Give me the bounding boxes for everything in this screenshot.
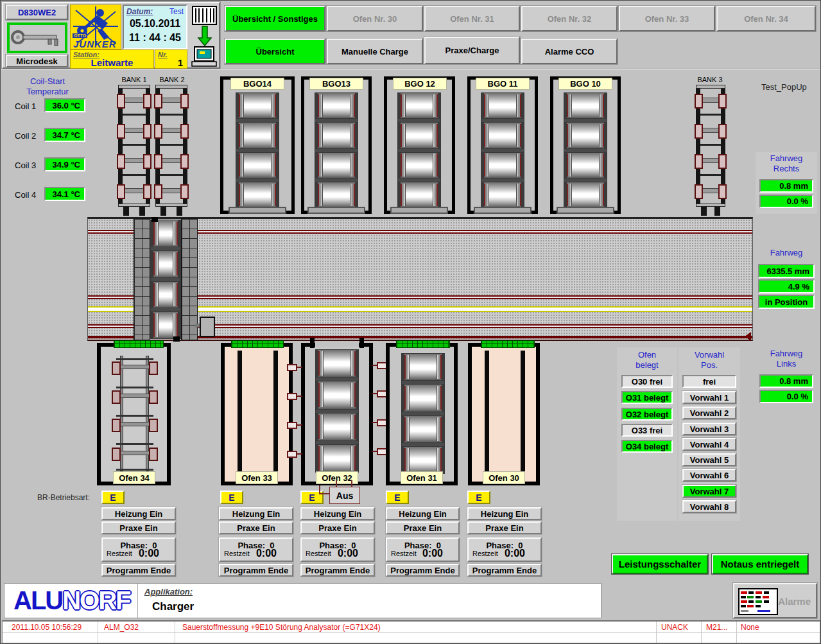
bgo11-rack: BGO 11 (467, 76, 538, 214)
transfer-car-cab (200, 317, 215, 337)
status-o33: O33 frei (621, 424, 673, 437)
restzeit-value: 0:00 (256, 548, 277, 559)
coil-start-title-line1: Coil-Start (30, 76, 65, 86)
nr-value: 1 (178, 57, 183, 68)
ofen34-praxe-button[interactable]: Praxe Ein (101, 521, 176, 534)
bgo13-rack: BGO13 (301, 76, 372, 214)
ofen32-heizung-button[interactable]: Heizung Ein (300, 507, 375, 520)
coil (483, 122, 522, 148)
fahrweg-rechts-panel: Fahrweg Rechts 0.8 mm 0.0 % (756, 152, 817, 214)
vorwahl-line1: Vorwahl (695, 350, 724, 360)
key-icon (10, 25, 64, 49)
test-popup-label[interactable]: Test_PopUp (761, 82, 807, 92)
ofen-32: Ofen 32 (301, 343, 373, 485)
ofen31-phase-display: Phase: 0 Restzeit 0:00 (386, 537, 460, 562)
track-end-marker (745, 332, 751, 341)
tab-ofen-31[interactable]: Ofen Nr. 31 (424, 6, 520, 31)
tab-ofen-32[interactable]: Ofen Nr. 32 (521, 6, 618, 31)
ofen32-praxe-button[interactable]: Praxe Ein (300, 521, 375, 534)
ofen31-betriebsart-button[interactable]: E (386, 491, 409, 504)
vorwahl-6-button[interactable]: Vorwahl 6 (682, 469, 736, 482)
tab-ofen-33[interactable]: Ofen Nr. 33 (619, 6, 715, 31)
ofen-34-door-strip (114, 340, 164, 348)
tab-ofen-30[interactable]: Ofen Nr. 30 (327, 6, 423, 31)
coil (566, 152, 605, 178)
bgo10-coils (564, 92, 607, 208)
notaus-entriegelt-button[interactable]: Notaus entriegelt (712, 554, 808, 574)
ofen34-heizung-button[interactable]: Heizung Ein (101, 507, 176, 520)
vorwahl-4-button[interactable]: Vorwahl 4 (682, 438, 736, 451)
fahrweg-links-pct: 0.0 % (759, 390, 813, 403)
vorwahl-2-button[interactable]: Vorwahl 2 (682, 406, 736, 419)
bgo12-label: BGO 12 (393, 78, 447, 90)
coil (318, 381, 356, 409)
footer-divider (137, 584, 138, 618)
ofen30-praxe-button[interactable]: Praxe Ein (467, 521, 542, 534)
ofen-31-coils (401, 353, 445, 474)
ofen30-phase-display: Phase: 0 Restzeit 0:00 (467, 537, 542, 562)
restzeit-label: Restzeit (107, 550, 132, 557)
ofen-belegt-panel: Ofen belegt O30 frei O31 belegt O32 bele… (617, 347, 677, 521)
coil (404, 353, 442, 381)
ofen33-programm-ende-button[interactable]: Programm Ende (219, 564, 293, 577)
ofen33-betriebsart-button[interactable]: E (220, 491, 243, 504)
vorwahl-panel: Vorwahl Pos. frei Vorwahl 1 Vorwahl 2 Vo… (678, 347, 740, 521)
coil-start-panel: Coil-Start Temperatur Coil 1 36.0 °C Coi… (6, 73, 89, 211)
coil (318, 444, 356, 473)
alarm-timestamp: 2011.10.05 10:56:29 (12, 623, 82, 632)
ofen34-betriebsart-button[interactable]: E (101, 491, 125, 504)
hmi-screen: D830WE2 Microdesk (0, 0, 821, 644)
ofen-34-label: Ofen 34 (113, 471, 155, 484)
ofen31-praxe-button[interactable]: Praxe Ein (386, 521, 460, 534)
tab-manuelle-charge[interactable]: Manuelle Charge (327, 39, 423, 64)
aus-wire (351, 480, 352, 487)
ofen-32-sensor (287, 451, 297, 458)
tab-uebersicht-sonstiges[interactable]: Übersicht / Sonstiges (225, 6, 325, 31)
station-panel: Station: Leitwarte (70, 49, 154, 69)
status-o34: O34 belegt (621, 440, 673, 453)
ofen31-programm-ende-button[interactable]: Programm Ende (386, 564, 460, 577)
nr-label: Nr. (158, 51, 168, 58)
tab-alarme-cco[interactable]: Alarme CCO (521, 39, 618, 64)
vorwahl-3-button[interactable]: Vorwahl 3 (682, 422, 736, 435)
ofen-belegt-line2: belegt (635, 360, 658, 370)
restzeit-value: 0:00 (139, 548, 159, 559)
ofen30-programm-ende-button[interactable]: Programm Ende (467, 564, 542, 577)
station-value: Leitwarte (71, 57, 153, 68)
coil (566, 182, 605, 208)
coil (238, 182, 277, 208)
ofen33-heizung-button[interactable]: Heizung Ein (219, 507, 293, 520)
ofen31-heizung-button[interactable]: Heizung Ein (386, 507, 460, 520)
tab-praxe-charge[interactable]: Praxe/Charge (424, 37, 520, 64)
ofen34-programm-ende-button[interactable]: Programm Ende (101, 564, 176, 577)
restzeit-label: Restzeit (306, 550, 331, 557)
leistungsschalter-button[interactable]: Leistungsschalter (612, 554, 708, 574)
coil (238, 92, 277, 119)
ofen-32-sensor (287, 393, 297, 400)
alarm-row[interactable]: 2011.10.05 10:56:29 ALM_O32 Sauerstoffme… (3, 622, 820, 632)
fahrweg-links-line1: Fahrweg (770, 349, 803, 358)
ofen-31-door-strip (396, 340, 450, 348)
ofen30-betriebsart-button[interactable]: E (467, 491, 490, 504)
vorwahl-1-button[interactable]: Vorwahl 1 (682, 391, 736, 404)
header-divider (1, 69, 821, 70)
ofen-33-door-strip (231, 340, 284, 348)
fahrweg-rechts-mm: 0.8 mm (759, 179, 813, 193)
vorwahl-5-button[interactable]: Vorwahl 5 (682, 453, 736, 466)
vorwahl-8-button[interactable]: Vorwahl 8 (682, 500, 736, 513)
terminal-button[interactable]: D830WE2 (6, 4, 68, 20)
vorwahl-7-button[interactable]: Vorwahl 7 (682, 485, 736, 498)
coil4-temp: 34.1 °C (44, 187, 85, 201)
ofen33-praxe-button[interactable]: Praxe Ein (219, 521, 293, 534)
tab-uebersicht[interactable]: Übersicht (225, 39, 325, 64)
ofen-31: Ofen 31 (386, 343, 458, 485)
status-o32: O32 belegt (621, 408, 673, 421)
tab-ofen-34[interactable]: Ofen Nr. 34 (716, 6, 816, 31)
ofen32-programm-ende-button[interactable]: Programm Ende (300, 564, 375, 577)
alarme-button[interactable]: Alarme (733, 583, 817, 618)
alarm-list-icon (738, 588, 778, 615)
restzeit-label: Restzeit (224, 550, 250, 557)
coil (483, 92, 522, 119)
ofen30-heizung-button[interactable]: Heizung Ein (467, 507, 542, 520)
fahrweg-rechts-line2: Rechts (773, 164, 799, 173)
